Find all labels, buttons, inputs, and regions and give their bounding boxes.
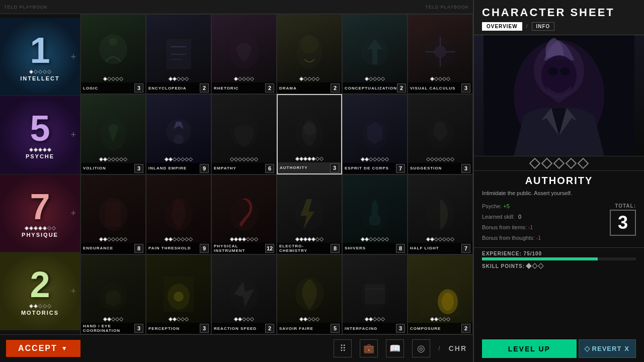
skill-card-logic[interactable]: LOGIC 3 — [80, 14, 146, 94]
skill-bottom: HALF LIGHT 7 — [408, 243, 472, 254]
skill-panel: TELD PLAYBOOK TELD PLAYBOOK 1 — [0, 0, 473, 362]
skill-bottom: SUGGESTION 3 — [408, 163, 472, 174]
motorics-add-button[interactable]: + — [70, 286, 76, 296]
items-value: -1 — [528, 224, 533, 230]
skill-card-reaction-speed[interactable]: REACTION SPEED 2 — [211, 254, 277, 334]
physique-dots — [25, 227, 55, 230]
pain-threshold-art — [146, 175, 211, 254]
skill-card-volition[interactable]: VOLITION 3 — [80, 94, 146, 174]
attribute-motorics[interactable]: 2 MOTORICS + — [0, 252, 80, 330]
inland-empire-art — [146, 95, 211, 173]
reaction-speed-value: 2 — [265, 324, 274, 333]
electro-chemistry-dots — [277, 238, 342, 241]
physical-instrument-value: 12 — [265, 244, 274, 253]
skills-grid-area: 1 INTELLECT + 5 — [0, 14, 473, 334]
skill-card-inland-empire[interactable]: INLAND EMPIRE 9 — [146, 94, 211, 174]
intellect-name: INTELLECT — [20, 75, 60, 81]
tab-info[interactable]: INFO — [532, 22, 555, 31]
svg-point-18 — [174, 134, 184, 144]
skill-card-half-light[interactable]: HALF LIGHT 7 — [408, 174, 473, 254]
skill-bottom: AUTHORITY 3 — [278, 162, 341, 173]
shivers-dots — [343, 238, 407, 241]
shivers-art — [343, 175, 407, 254]
rating-diamond-5 — [578, 158, 589, 169]
interfacing-label: INTERFACING — [345, 326, 377, 331]
rating-diamond-4 — [566, 158, 577, 169]
conceptualization-label: CONCEPTUALIZATION — [345, 86, 397, 90]
skill-card-endurance[interactable]: ENDURANCE 8 — [80, 174, 146, 254]
attribute-intellect[interactable]: 1 INTELLECT + — [0, 18, 80, 96]
sp-diamond-2 — [532, 263, 537, 269]
skill-card-pain-threshold[interactable]: PAIN THRESHOLD 9 — [146, 174, 211, 254]
half-light-dots — [408, 238, 472, 241]
skills-grid: LOGIC 3 — [80, 14, 473, 334]
dot — [24, 226, 28, 230]
dot — [42, 70, 46, 74]
esprit-dots — [343, 158, 407, 161]
rating-diamond-3 — [553, 158, 565, 169]
suggestion-value: 3 — [461, 164, 470, 173]
volition-label: VOLITION — [83, 166, 106, 170]
rating-diamond-1 — [529, 158, 541, 169]
exp-bar-container — [482, 257, 636, 260]
dot — [38, 226, 42, 230]
psyche-add-button[interactable]: + — [70, 130, 76, 140]
intellect-add-button[interactable]: + — [70, 52, 76, 62]
skill-card-empathy[interactable]: EMPATHY 6 — [211, 94, 277, 174]
motorics-number: 2 — [30, 266, 50, 303]
revert-button[interactable]: REVERT X — [579, 339, 636, 358]
rhetoric-art — [212, 15, 276, 94]
skill-card-authority[interactable]: AUTHORITY 3 — [277, 94, 342, 174]
dot — [42, 226, 46, 230]
svg-point-42 — [442, 293, 454, 311]
skill-card-drama[interactable]: DRAMA 2 — [277, 14, 342, 94]
skill-card-conceptualization[interactable]: CONCEPTUALIZATION 2 — [342, 14, 408, 94]
volition-dots — [81, 158, 145, 161]
skill-card-esprit-de-corps[interactable]: ESPRIT DE CORPS 7 — [342, 94, 408, 174]
skill-bottom: LOGIC 3 — [81, 82, 145, 94]
dot — [29, 70, 33, 74]
skill-card-hand-eye[interactable]: HAND / EYE COORDINATION 3 — [80, 254, 146, 334]
physique-add-button[interactable]: + — [70, 208, 76, 218]
accept-button[interactable]: ACCEPT ▼ — [6, 340, 80, 357]
drama-art — [277, 15, 342, 94]
volition-art — [81, 95, 145, 173]
dot — [38, 70, 42, 74]
skill-card-rhetoric[interactable]: RHETORIC 2 — [211, 14, 277, 94]
experience-area: EXPERIENCE: 75/100 SKILL POINTS: — [474, 247, 644, 272]
skill-card-physical-instrument[interactable]: PHYSICAL INSTRUMENT 12 — [211, 174, 277, 254]
skill-bottom: VOLITION 3 — [81, 163, 145, 174]
empathy-label: EMPATHY — [214, 166, 236, 170]
dot — [42, 148, 46, 152]
intellect-number: 1 — [30, 32, 50, 68]
skill-points-label: SKILL POINTS: — [482, 263, 636, 269]
skill-card-suggestion[interactable]: SUGGESTION 3 — [408, 94, 473, 174]
tab-overview[interactable]: OVERVIEW — [482, 22, 522, 31]
stat-learned: Learned skill: 0 — [482, 212, 541, 222]
main-container: TELD PLAYBOOK TELD PLAYBOOK 1 — [0, 0, 644, 362]
bottom-icon-bag[interactable]: 💼 — [360, 339, 378, 357]
skill-card-interfacing[interactable]: INTERFACING 3 — [342, 254, 408, 334]
skill-card-composure[interactable]: COMPOSURE 2 — [408, 254, 473, 334]
attribute-psyche[interactable]: 5 PSYCHE + — [0, 96, 80, 174]
skill-card-savoir-faire[interactable]: SAVOIR FAIRE 5 — [277, 254, 342, 334]
drama-label: DRAMA — [279, 86, 297, 90]
attribute-physique[interactable]: 7 PHYSIQUE + — [0, 174, 80, 252]
skill-card-visual-calculus[interactable]: VISUAL CALCULUS 3 — [408, 14, 473, 94]
stat-items: Bonus from items: -1 — [482, 222, 541, 233]
top-bar-left: TELD PLAYBOOK — [4, 5, 48, 10]
base-label: Psyche: — [482, 203, 502, 209]
skill-bottom: ESPRIT DE CORPS 7 — [343, 163, 407, 174]
skill-card-encyclopedia[interactable]: ENCYCLOPEDIA 2 — [146, 14, 211, 94]
level-up-button[interactable]: LEVEL UP — [482, 339, 577, 358]
bottom-icon-map[interactable]: ◎ — [412, 339, 430, 357]
bottom-icon-journal[interactable]: 📖 — [386, 339, 404, 357]
motorics-name: MOTORICS — [21, 310, 59, 316]
svg-point-47 — [548, 67, 558, 75]
thoughts-value: -1 — [536, 235, 541, 241]
skill-card-perception[interactable]: PERCEPTION 3 — [146, 254, 211, 334]
bottom-icon-inventory[interactable]: ⠿ — [334, 339, 352, 357]
skill-card-electro-chemistry[interactable]: ELECTRO-CHEMISTRY 8 — [277, 174, 342, 254]
skill-card-shivers[interactable]: SHIVERS 8 — [342, 174, 408, 254]
hand-eye-value: 3 — [134, 324, 143, 333]
